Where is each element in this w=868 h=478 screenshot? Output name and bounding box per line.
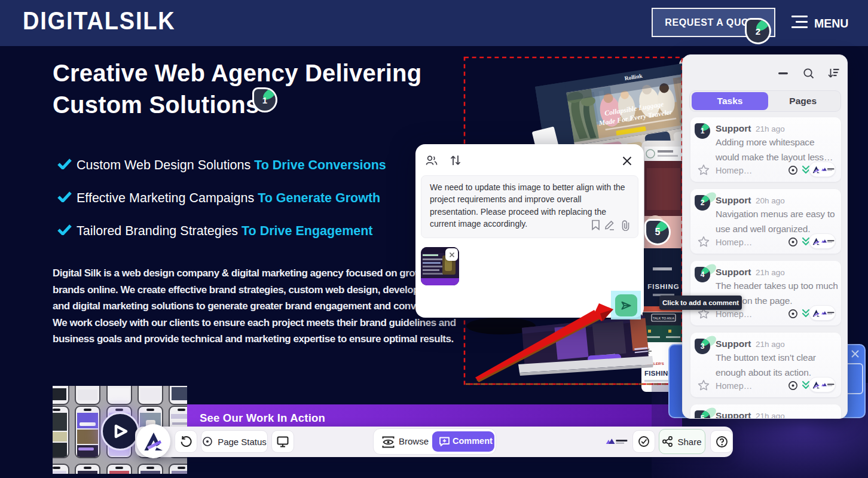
svg-text:TALK TO AN A: TALK TO AN A	[653, 316, 674, 320]
svg-text:FISHING: FISHING	[647, 283, 680, 290]
